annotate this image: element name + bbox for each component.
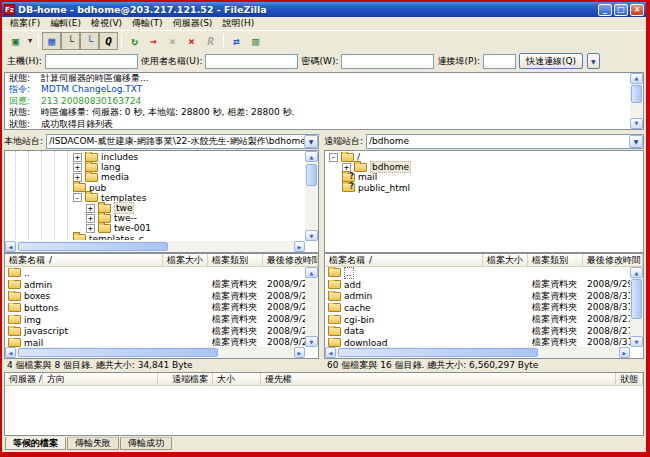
scroll-up-icon[interactable]: ▲ bbox=[305, 267, 318, 278]
combo-arrow-icon[interactable]: ▼ bbox=[304, 135, 318, 148]
queue-column-header[interactable]: 伺服器 / 本地檔案 bbox=[5, 373, 43, 385]
tree-expander-icon[interactable] bbox=[73, 163, 82, 172]
scroll-right-icon[interactable]: ▶ bbox=[294, 347, 305, 358]
disconnect-button[interactable]: × bbox=[182, 32, 201, 50]
local-site-combo[interactable]: /ISDACOM-威世建康-網路事業\22-水餃先生-網站製作\bdhome\t… bbox=[46, 134, 319, 149]
combo-arrow-icon[interactable]: ▼ bbox=[629, 135, 643, 148]
scroll-thumb[interactable] bbox=[338, 348, 538, 357]
column-header-modified[interactable]: 最後修改時間 bbox=[263, 254, 318, 266]
tree-item[interactable]: media bbox=[6, 172, 305, 182]
tree-item[interactable]: twe-- bbox=[6, 213, 305, 223]
maximize-button[interactable]: □ bbox=[614, 4, 628, 16]
column-header-type[interactable]: 檔案類別 bbox=[528, 254, 583, 266]
local-tree-hscrollbar[interactable]: ◀ ▶ bbox=[5, 241, 305, 252]
tree-item[interactable]: bdhome bbox=[326, 162, 642, 172]
column-header-size[interactable]: 檔案大小 bbox=[483, 254, 528, 266]
tree-item[interactable]: templates bbox=[6, 193, 305, 203]
tree-expander-icon[interactable] bbox=[329, 153, 338, 162]
tree-item[interactable]: twe-001 bbox=[6, 223, 305, 233]
file-row[interactable]: boxes 檔案資料夾 2008/9/28 下午 bbox=[5, 290, 318, 302]
file-row[interactable]: img 檔案資料夾 2008/9/29 上午 bbox=[5, 314, 318, 326]
file-row[interactable]: data 檔案資料夾 2008/8/27 上午 ... bbox=[325, 325, 643, 337]
tree-expander-icon[interactable] bbox=[73, 153, 82, 162]
minimize-button[interactable]: _ bbox=[598, 4, 612, 16]
local-list-hscrollbar[interactable]: ◀ ▶ bbox=[5, 347, 305, 358]
scroll-down-icon[interactable]: ▼ bbox=[630, 336, 643, 347]
tree-item[interactable]: public_html bbox=[326, 183, 642, 193]
remote-list-hscrollbar[interactable]: ◀ ▶ bbox=[325, 347, 630, 358]
tree-item[interactable]: mail bbox=[326, 172, 642, 182]
tree-expander-icon[interactable] bbox=[86, 214, 95, 223]
port-input[interactable] bbox=[483, 54, 516, 69]
toggle-remote-tree-button[interactable]: └ bbox=[80, 32, 99, 50]
scroll-right-icon[interactable]: ▶ bbox=[619, 347, 630, 358]
menu-item[interactable]: 傳輸(T) bbox=[127, 17, 168, 30]
directory-comparison-button[interactable]: ▥ bbox=[246, 32, 265, 50]
process-queue-button[interactable]: → bbox=[144, 32, 163, 50]
close-button[interactable]: × bbox=[630, 4, 644, 16]
toggle-local-tree-button[interactable]: └ bbox=[61, 32, 80, 50]
filter-button[interactable]: ⇄ bbox=[227, 32, 246, 50]
quickconnect-dropdown[interactable]: ▼ bbox=[587, 53, 600, 69]
queue-body[interactable] bbox=[5, 386, 643, 435]
site-manager-dropdown[interactable]: ▼ bbox=[25, 32, 35, 50]
scroll-down-icon[interactable]: ▼ bbox=[630, 118, 643, 129]
tree-item[interactable]: lang bbox=[6, 162, 305, 172]
file-row[interactable]: .. bbox=[325, 267, 643, 279]
scroll-thumb[interactable] bbox=[18, 242, 168, 251]
tree-expander-icon[interactable] bbox=[86, 224, 95, 233]
column-header-modified[interactable]: 最後修改時間 bbox=[583, 254, 643, 266]
file-row[interactable]: cache 檔案資料夾 2008/8/31 上午 ... bbox=[325, 302, 643, 314]
file-row[interactable]: admin 檔案資料夾 2008/9/28 下午 bbox=[5, 279, 318, 291]
queue-column-header[interactable]: 狀態 bbox=[616, 373, 643, 385]
queue-tab[interactable]: 傳輸成功 bbox=[120, 437, 172, 450]
column-header-size[interactable]: 檔案大小 bbox=[163, 254, 208, 266]
column-header-type[interactable]: 檔案類別 bbox=[208, 254, 263, 266]
toggle-message-log-button[interactable]: ▦ bbox=[42, 32, 61, 50]
host-input[interactable] bbox=[45, 54, 138, 69]
column-header-name[interactable]: 檔案名稱 / bbox=[325, 254, 483, 266]
scroll-thumb[interactable] bbox=[18, 348, 218, 357]
file-row[interactable]: admin 檔案資料夾 2008/8/31 上午 ... bbox=[325, 290, 643, 302]
file-row[interactable]: add 檔案資料夾 2008/9/29 上午 ... bbox=[325, 279, 643, 291]
file-row[interactable]: .. bbox=[5, 267, 318, 279]
tree-expander-icon[interactable] bbox=[86, 204, 95, 213]
menu-item[interactable]: 編輯(E) bbox=[45, 17, 86, 30]
scroll-left-icon[interactable]: ◀ bbox=[5, 347, 16, 358]
scroll-down-icon[interactable]: ▼ bbox=[305, 230, 318, 241]
local-list-vscrollbar[interactable]: ▲ ▼ bbox=[305, 267, 318, 347]
tree-item[interactable]: twe bbox=[6, 203, 305, 213]
toggle-queue-button[interactable]: Q bbox=[99, 32, 118, 50]
menu-item[interactable]: 伺服器(S) bbox=[168, 17, 218, 30]
quickconnect-button[interactable]: 快速連線(Q) bbox=[519, 53, 583, 69]
title-bar[interactable]: Fz DB-home - bdhome@203.217.121.52 - Fil… bbox=[2, 2, 646, 17]
menu-item[interactable]: 檔案(F) bbox=[5, 17, 45, 30]
menu-item[interactable]: 說明(H) bbox=[217, 17, 259, 30]
scroll-thumb[interactable] bbox=[631, 85, 642, 103]
scroll-up-icon[interactable]: ▲ bbox=[630, 267, 643, 278]
scroll-thumb[interactable] bbox=[631, 279, 642, 319]
file-row[interactable]: javascript 檔案資料夾 2008/9/28 下午 bbox=[5, 325, 318, 337]
password-input[interactable] bbox=[341, 54, 434, 69]
queue-column-header[interactable]: 大小 bbox=[213, 373, 261, 385]
scroll-up-icon[interactable]: ▲ bbox=[305, 151, 318, 162]
scroll-thumb[interactable] bbox=[306, 164, 317, 186]
file-row[interactable]: cgi-bin 檔案資料夾 2008/8/27 上午 ... bbox=[325, 314, 643, 326]
queue-column-header[interactable]: 優先權 bbox=[261, 373, 616, 385]
log-scrollbar[interactable]: ▲ ▼ bbox=[630, 73, 643, 129]
site-manager-button[interactable]: ▣ bbox=[6, 32, 25, 50]
tree-item[interactable]: templates_c bbox=[6, 234, 305, 241]
tree-expander-icon[interactable] bbox=[73, 193, 82, 202]
tree-item[interactable]: pub bbox=[6, 183, 305, 193]
tree-item[interactable]: includes bbox=[6, 152, 305, 162]
remote-site-combo[interactable]: /bdhome ▼ bbox=[366, 134, 644, 149]
column-header-name[interactable]: 檔案名稱 / bbox=[5, 254, 163, 266]
scroll-left-icon[interactable]: ◀ bbox=[5, 241, 16, 252]
queue-tab[interactable]: 等候的檔案 bbox=[5, 437, 66, 450]
queue-column-header[interactable]: 遠端檔案 bbox=[158, 373, 213, 385]
menu-item[interactable]: 檢視(V) bbox=[86, 17, 127, 30]
queue-tab[interactable]: 傳輸失敗 bbox=[67, 437, 119, 450]
scroll-down-icon[interactable]: ▼ bbox=[305, 336, 318, 347]
remote-list-vscrollbar[interactable]: ▲ ▼ bbox=[630, 267, 643, 347]
scroll-left-icon[interactable]: ◀ bbox=[325, 347, 336, 358]
